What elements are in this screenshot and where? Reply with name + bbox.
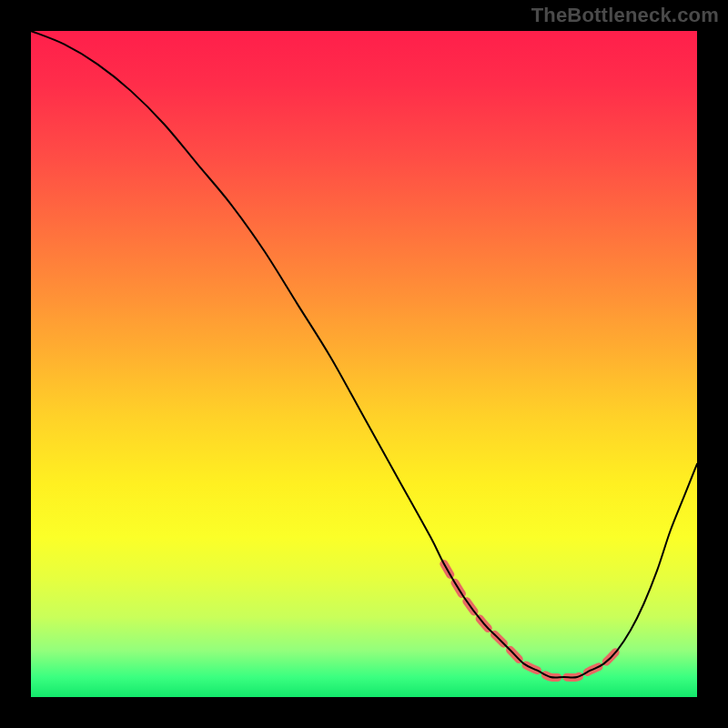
bottleneck-curve bbox=[31, 31, 697, 678]
chart-frame: TheBottleneck.com bbox=[0, 0, 728, 728]
watermark-text: TheBottleneck.com bbox=[531, 4, 719, 27]
curve-svg bbox=[31, 31, 697, 697]
optimal-region-highlight bbox=[444, 564, 617, 678]
plot-area bbox=[31, 31, 697, 697]
